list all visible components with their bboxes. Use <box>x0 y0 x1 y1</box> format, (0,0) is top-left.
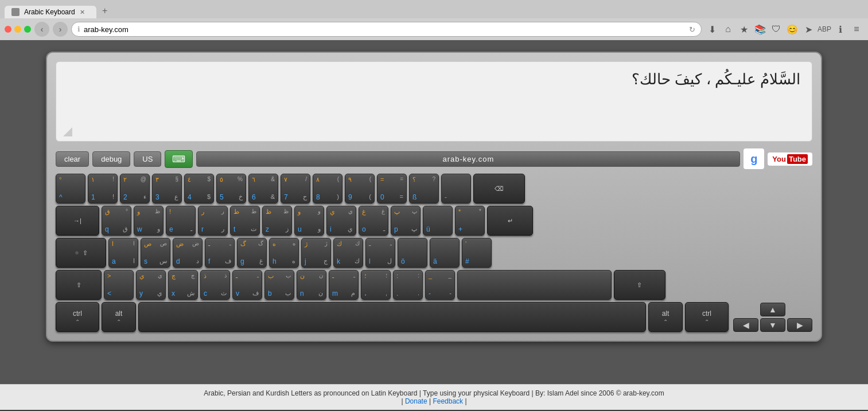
clear-button[interactable]: clear <box>56 151 89 167</box>
key-angle[interactable]: > < <box>104 270 134 300</box>
key-a[interactable]: اا aا <box>108 238 138 268</box>
browser-tab[interactable]: Arabic Keyboard ✕ <box>5 6 96 18</box>
key-enter[interactable]: ↵ <box>487 206 533 236</box>
key-blank[interactable] <box>457 270 612 300</box>
key-k[interactable]: كك kك <box>333 238 363 268</box>
key-0[interactable]: == 0= <box>377 174 407 203</box>
key-d[interactable]: ضض dد <box>173 238 203 268</box>
key-arrow-right[interactable]: ▶ <box>787 318 812 332</box>
keyboard-rows: ° ^ ١! 1! ٢@ 2ء ٣§ <box>56 174 812 332</box>
extension-icon[interactable]: ABP <box>818 22 831 36</box>
download-icon[interactable]: ⬇ <box>705 22 719 36</box>
key-n[interactable]: نن nن <box>297 270 326 300</box>
url-bar[interactable]: ℹ ↻ <box>71 22 702 37</box>
key-p[interactable]: پپ pپ <box>391 206 421 236</box>
key-shift-right[interactable]: ⇧ <box>614 270 665 300</box>
key-c[interactable]: ذذ cث <box>200 270 230 300</box>
key-u[interactable]: وو uو <box>294 206 324 236</box>
key-f[interactable]: ــ fف <box>205 238 235 268</box>
debug-button[interactable]: debug <box>92 151 130 167</box>
window-maximize-button[interactable] <box>24 26 31 33</box>
bookmarks-icon[interactable]: 📚 <box>753 22 767 36</box>
window-minimize-button[interactable] <box>14 26 21 33</box>
key-shift-left[interactable]: ⇧ <box>56 270 102 300</box>
key-t[interactable]: طط tت <box>230 206 260 236</box>
new-tab-button[interactable]: + <box>96 3 113 18</box>
key-6[interactable]: ٦& 6& <box>248 174 278 203</box>
key-j[interactable]: ژژ jج <box>301 238 331 268</box>
key-i[interactable]: يي iي <box>326 206 356 236</box>
key-alt-right[interactable]: alt ⌃ <box>648 302 683 332</box>
key-sz[interactable]: ؟? ß <box>409 174 439 203</box>
google-search-button[interactable]: g <box>744 148 764 169</box>
key-4[interactable]: ٤$ 4$ <box>184 174 214 203</box>
key-comma[interactable]: ؛؛ ،, <box>361 270 391 300</box>
key-3[interactable]: ٣§ 3ع <box>152 174 182 203</box>
us-button[interactable]: US <box>134 151 161 167</box>
key-g[interactable]: گگ gغ <box>237 238 267 268</box>
key-l[interactable]: ــ lل <box>365 238 395 268</box>
donate-link[interactable]: Donate <box>405 397 427 405</box>
youtube-button[interactable]: YouTube <box>768 152 812 166</box>
key-u-umlaut[interactable]: ü <box>423 206 453 236</box>
key-r[interactable]: رر rر <box>198 206 228 236</box>
key-y[interactable]: يي yي <box>136 270 166 300</box>
key-caps-lock[interactable]: ⇧ <box>56 238 106 268</box>
key-x[interactable]: چچ xش <box>168 270 198 300</box>
key-z[interactable]: ظظ zز <box>262 206 292 236</box>
key-1[interactable]: ١! 1! <box>88 174 118 203</box>
url-input[interactable] <box>84 25 686 34</box>
key-b[interactable]: بب bب <box>264 270 294 300</box>
tab-label: →| <box>73 217 81 224</box>
key-minus[interactable]: - <box>441 174 471 203</box>
key-h[interactable]: هه hه <box>269 238 299 268</box>
bookmark-icon[interactable]: ★ <box>737 22 751 36</box>
alt-right-label: alt <box>662 310 670 318</box>
tab-bar: Arabic Keyboard ✕ + <box>0 0 868 18</box>
emoji-icon[interactable]: 😊 <box>785 22 799 36</box>
key-2[interactable]: ٢@ 2ء <box>120 174 150 203</box>
forward-button[interactable]: › <box>53 22 68 37</box>
send-icon[interactable]: ➤ <box>801 22 815 36</box>
key-arrow-left[interactable]: ◀ <box>733 318 758 332</box>
text-display-area[interactable]: السَّلامُ عليـكُم ، كيفَ حالك؟ <box>56 61 812 142</box>
key-s[interactable]: صص sس <box>141 238 170 268</box>
site-label-button[interactable]: arab-key.com <box>196 151 740 167</box>
key-q[interactable]: ق° qق <box>102 206 131 236</box>
key-7[interactable]: ٧/ 7ح <box>281 174 310 203</box>
key-space[interactable] <box>138 302 646 332</box>
info-icon2[interactable]: ℹ <box>834 22 847 36</box>
key-backspace[interactable]: ⌫ <box>473 174 525 203</box>
key-5[interactable]: ٥% 5خ <box>216 174 246 203</box>
shield-icon[interactable]: 🛡 <box>769 22 783 36</box>
key-hash[interactable]: ' # <box>462 238 492 268</box>
key-period[interactable]: :: .. <box>393 270 423 300</box>
key-m[interactable]: ــ mم <box>329 270 359 300</box>
window-close-button[interactable] <box>5 26 11 33</box>
key-plus[interactable]: ** + <box>455 206 485 236</box>
control-bar: clear debug US ⌨ arab-key.com g YouTube <box>56 148 812 169</box>
key-o[interactable]: غغ oـ <box>359 206 388 236</box>
key-8[interactable]: ٨( 8) <box>313 174 342 203</box>
key-v[interactable]: ــ vف <box>232 270 262 300</box>
menu-icon[interactable]: ≡ <box>850 22 863 36</box>
feedback-link[interactable]: Feedback <box>433 397 463 405</box>
key-w[interactable]: وظ wو <box>134 206 164 236</box>
key-arrow-down[interactable]: ▼ <box>760 318 785 332</box>
key-alt-left[interactable]: alt ⌃ <box>102 302 136 332</box>
home-icon[interactable]: ⌂ <box>721 22 735 36</box>
key-ctrl-right[interactable]: ctrl ⌃ <box>685 302 729 332</box>
key-o-umlaut[interactable]: ö <box>398 238 427 268</box>
back-button[interactable]: ‹ <box>34 22 49 37</box>
key-ctrl-left[interactable]: ctrl ⌃ <box>56 302 99 332</box>
key-9[interactable]: ٩( 9( <box>345 174 375 203</box>
key-minus2[interactable]: __ -- <box>425 270 455 300</box>
key-a-umlaut[interactable]: ä <box>430 238 460 268</box>
refresh-icon[interactable]: ↻ <box>689 25 695 34</box>
key-tab[interactable]: →| <box>56 206 99 236</box>
keyboard-toggle-button[interactable]: ⌨ <box>165 150 193 168</box>
key-e[interactable]: !‍ eـ <box>166 206 196 236</box>
tab-close-button[interactable]: ✕ <box>80 9 85 16</box>
key-arrow-up[interactable]: ▲ <box>760 303 785 316</box>
key-backtick[interactable]: ° ^ <box>56 174 85 203</box>
